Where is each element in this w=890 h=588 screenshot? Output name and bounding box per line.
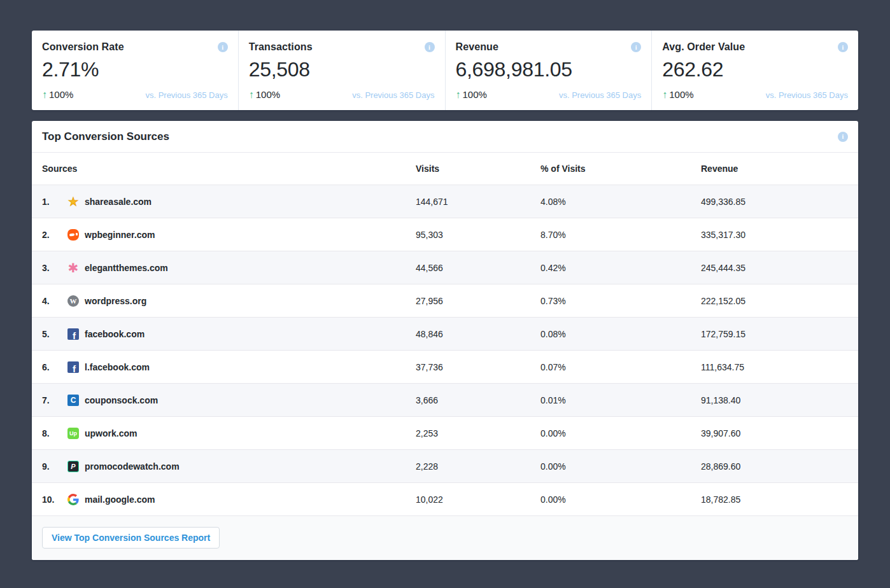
column-header-revenue: Revenue [701, 164, 848, 174]
revenue-value: 18,782.85 [701, 494, 848, 505]
rank: 7. [42, 395, 67, 405]
revenue-value: 172,759.15 [701, 329, 848, 339]
source-domain: wpbeginner.com [85, 230, 155, 240]
info-icon[interactable]: i [631, 42, 641, 52]
stat-change: ↑100% [42, 89, 73, 101]
info-icon[interactable]: i [425, 42, 435, 52]
visits-value: 2,228 [416, 461, 540, 472]
rank: 5. [42, 329, 67, 339]
table-row: 8. Upupwork.com 2,253 0.00% 39,907.60 [32, 416, 858, 449]
up-arrow-icon: ↑ [662, 89, 667, 101]
stat-card-revenue: Revenue i 6,698,981.05 ↑100% vs. Previou… [445, 31, 652, 110]
visits-value: 37,736 [416, 362, 540, 372]
asterisk-icon: ✱ [67, 262, 79, 274]
stat-change: ↑100% [456, 89, 487, 101]
source-domain: couponsock.com [85, 395, 158, 405]
source-domain: elegantthemes.com [85, 263, 168, 273]
stat-label: Revenue [456, 41, 498, 53]
up-arrow-icon: ↑ [249, 89, 254, 101]
table-row: 5. ffacebook.com 48,846 0.08% 172,759.15 [32, 317, 858, 350]
visits-value: 144,671 [416, 197, 540, 207]
upwork-icon: Up [67, 428, 79, 439]
stat-change: ↑100% [249, 89, 280, 101]
table-row: 3. ✱elegantthemes.com 44,566 0.42% 245,4… [32, 251, 858, 284]
visits-value: 27,956 [416, 296, 540, 306]
rank: 4. [42, 296, 67, 306]
source-domain: l.facebook.com [85, 362, 150, 372]
change-value: 100% [463, 89, 487, 100]
up-arrow-icon: ↑ [456, 89, 461, 101]
promocodewatch-icon: P [67, 461, 79, 472]
rank: 2. [42, 230, 67, 240]
column-header-pct-visits: % of Visits [540, 164, 701, 174]
compare-period-label: vs. Previous 365 Days [766, 90, 848, 100]
change-value: 100% [256, 89, 280, 100]
table-row: 9. Ppromocodewatch.com 2,228 0.00% 28,86… [32, 449, 858, 482]
up-arrow-icon: ↑ [42, 89, 47, 101]
pct-visits-value: 0.00% [540, 494, 701, 505]
ecommerce-report-page: Conversion Rate i 2.71% ↑100% vs. Previo… [0, 0, 890, 588]
source-domain: shareasale.com [85, 197, 152, 207]
info-icon[interactable]: i [838, 42, 848, 52]
wpbeginner-icon [67, 229, 79, 241]
source-domain: mail.google.com [85, 494, 155, 505]
compare-period-label: vs. Previous 365 Days [145, 90, 227, 100]
table-row: 2. wpbeginner.com 95,303 8.70% 335,317.3… [32, 218, 858, 251]
rank: 3. [42, 263, 67, 273]
revenue-value: 499,336.85 [701, 197, 848, 207]
couponsock-icon: C [67, 395, 79, 406]
rank: 1. [42, 197, 67, 207]
rank: 8. [42, 428, 67, 438]
rank: 9. [42, 461, 67, 472]
stat-label: Transactions [249, 41, 313, 53]
top-conversion-sources-card: Top Conversion Sources i Sources Visits … [32, 121, 858, 560]
stat-value: 262.62 [662, 58, 848, 81]
table-row: 6. fl.facebook.com 37,736 0.07% 111,634.… [32, 350, 858, 383]
visits-value: 3,666 [416, 395, 540, 405]
pct-visits-value: 4.08% [540, 197, 701, 207]
stat-value: 2.71% [42, 58, 228, 81]
stat-value: 6,698,981.05 [456, 58, 642, 81]
google-icon [67, 494, 79, 505]
compare-period-label: vs. Previous 365 Days [559, 90, 641, 100]
card-title: Top Conversion Sources [42, 130, 169, 143]
change-value: 100% [49, 89, 73, 100]
stat-card-conversion-rate: Conversion Rate i 2.71% ↑100% vs. Previo… [32, 31, 238, 110]
pct-visits-value: 0.42% [540, 263, 701, 273]
revenue-value: 335,317.30 [701, 230, 848, 240]
visits-value: 44,566 [416, 263, 540, 273]
stat-value: 25,508 [249, 58, 435, 81]
pct-visits-value: 0.00% [540, 461, 701, 472]
stat-card-transactions: Transactions i 25,508 ↑100% vs. Previous… [238, 31, 445, 110]
column-header-visits: Visits [416, 164, 540, 174]
revenue-value: 222,152.05 [701, 296, 848, 306]
info-icon[interactable]: i [218, 42, 228, 52]
visits-value: 10,022 [416, 494, 540, 505]
pct-visits-value: 0.00% [540, 428, 701, 438]
table-row: 4. Wwordpress.org 27,956 0.73% 222,152.0… [32, 284, 858, 317]
source-domain: upwork.com [85, 428, 137, 438]
pct-visits-value: 0.08% [540, 329, 701, 339]
table-row: 1. ★shareasale.com 144,671 4.08% 499,336… [32, 185, 858, 218]
table-header-row: Sources Visits % of Visits Revenue [32, 153, 858, 185]
visits-value: 95,303 [416, 230, 540, 240]
source-domain: facebook.com [85, 329, 145, 339]
summary-stats-row: Conversion Rate i 2.71% ↑100% vs. Previo… [32, 31, 858, 110]
change-value: 100% [669, 89, 693, 100]
revenue-value: 111,634.75 [701, 362, 848, 372]
stat-change: ↑100% [662, 89, 693, 101]
column-header-sources: Sources [42, 164, 416, 174]
source-domain: promocodewatch.com [85, 461, 180, 472]
info-icon[interactable]: i [838, 132, 848, 142]
visits-value: 48,846 [416, 329, 540, 339]
compare-period-label: vs. Previous 365 Days [352, 90, 434, 100]
table-row: 7. Ccouponsock.com 3,666 0.01% 91,138.40 [32, 383, 858, 416]
pct-visits-value: 8.70% [540, 230, 701, 240]
view-report-button[interactable]: View Top Conversion Sources Report [42, 527, 220, 549]
stat-label: Avg. Order Value [662, 41, 745, 53]
table-row: 10. mail.google.com 10,022 0.00% 18,782.… [32, 482, 858, 515]
revenue-value: 245,444.35 [701, 263, 848, 273]
pct-visits-value: 0.01% [540, 395, 701, 405]
facebook-icon: f [67, 361, 79, 373]
rank: 6. [42, 362, 67, 372]
